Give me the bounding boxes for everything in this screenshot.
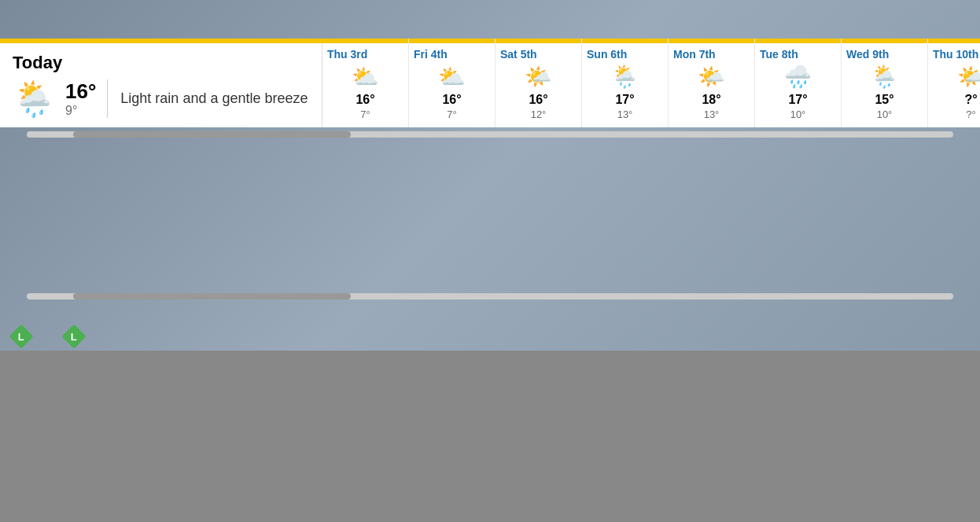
forecast-strip: Thu 3rd ⛅ 16° 7° Fri 4th ⛅ 16° 7° Sat 5t… <box>322 39 980 127</box>
today-weather-icon: 🌦️ <box>13 82 56 116</box>
forecast-day-icon: 🌤️ <box>957 64 980 90</box>
today-description: Light rain and a gentle breeze <box>120 90 308 107</box>
forecast-day-name: Fri 4th <box>414 48 448 61</box>
forecast-high-temp: 16° <box>529 93 547 107</box>
forecast-day-1[interactable]: Fri 4th ⛅ 16° 7° <box>409 39 496 127</box>
forecast-low-temp: 7° <box>360 108 370 120</box>
pollution-badge-letter: L <box>71 330 77 342</box>
forecast-high-temp: 17° <box>615 93 634 107</box>
today-high-temp: 16° <box>65 79 96 104</box>
forecast-day-icon: ⛅ <box>438 64 466 90</box>
forecast-high-temp: 15° <box>875 93 893 107</box>
forecast-day-name: Thu 3rd <box>327 48 367 61</box>
uv-badge-letter: L <box>18 330 24 342</box>
forecast-day-7[interactable]: Thu 10th 🌤️ ?° ?° <box>928 39 980 127</box>
today-panel: Today 🌦️ 16° 9° Light rain and a gentle … <box>0 43 322 127</box>
forecast-day-name: Thu 10th <box>933 48 978 61</box>
forecast-day-name: Sun 6th <box>587 48 627 61</box>
forecast-day-5[interactable]: Tue 8th 🌧️ 17° 10° <box>755 39 842 127</box>
forecast-low-temp: 13° <box>704 108 720 120</box>
forecast-day-3[interactable]: Sun 6th 🌦️ 17° 13° <box>582 39 669 127</box>
forecast-high-temp: 16° <box>356 93 374 107</box>
today-low-temp: 9° <box>65 104 96 118</box>
forecast-day-0[interactable]: Thu 3rd ⛅ 16° 7° <box>322 39 409 127</box>
forecast-low-temp: 7° <box>447 108 456 120</box>
forecast-day-icon: 🌦️ <box>871 64 898 90</box>
forecast-low-temp: 13° <box>617 108 633 120</box>
forecast-day-6[interactable]: Wed 9th 🌦️ 15° 10° <box>842 39 928 127</box>
forecast-high-temp: ?° <box>964 93 977 107</box>
forecast-day-icon: 🌦️ <box>611 64 639 90</box>
scrollbar-track-bottom[interactable] <box>27 293 953 300</box>
forecast-day-name: Wed 9th <box>846 48 889 61</box>
forecast-day-name: Mon 7th <box>673 48 716 61</box>
forecast-low-temp: 12° <box>531 108 547 120</box>
forecast-day-2[interactable]: Sat 5th 🌤️ 16° 12° <box>496 39 582 127</box>
today-label: Today <box>13 53 309 73</box>
scrollbar-track-top[interactable] <box>27 131 953 138</box>
forecast-day-name: Tue 8th <box>760 48 798 61</box>
forecast-day-name: Sat 5th <box>500 48 537 61</box>
forecast-day-icon: 🌤️ <box>698 64 725 90</box>
forecast-low-temp: ?° <box>966 108 975 120</box>
forecast-high-temp: 17° <box>788 93 807 107</box>
forecast-low-temp: 10° <box>877 108 893 120</box>
forecast-high-temp: 18° <box>702 93 720 107</box>
forecast-day-icon: ⛅ <box>352 64 379 90</box>
forecast-low-temp: 10° <box>790 108 806 120</box>
forecast-day-4[interactable]: Mon 7th 🌤️ 18° 13° <box>669 39 755 127</box>
forecast-high-temp: 16° <box>442 93 461 107</box>
forecast-day-icon: 🌤️ <box>525 64 552 90</box>
forecast-day-icon: 🌧️ <box>784 64 812 90</box>
